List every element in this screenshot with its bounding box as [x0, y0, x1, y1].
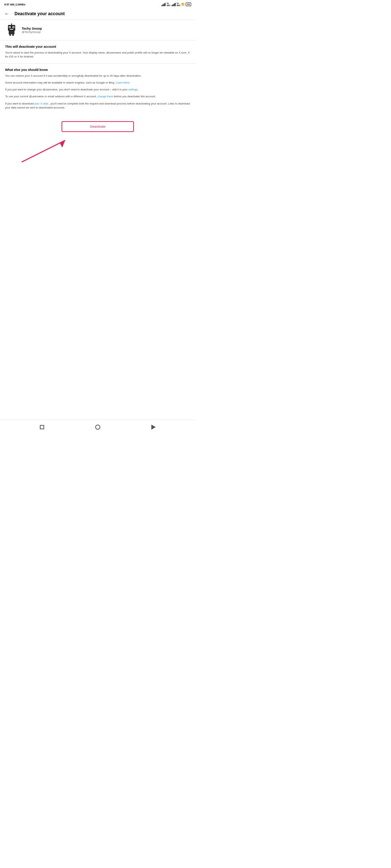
deactivate-text: You're about to start the process of dea…	[5, 51, 190, 59]
nav-back-button[interactable]	[151, 425, 156, 430]
svg-line-11	[22, 140, 65, 162]
page-title: Deactivate your account	[14, 11, 65, 16]
account-handle: @TechySnoop	[22, 30, 42, 34]
signal-icon	[161, 3, 165, 6]
x-data-link[interactable]: your X data	[34, 102, 48, 105]
info-para-1: You can restore your X account if it was…	[5, 74, 190, 78]
info-title: What else you should know	[5, 68, 190, 72]
signal-icon-2	[172, 3, 176, 6]
wifi-icon: 📶	[181, 3, 185, 6]
vo-wifi-label: VoWiFi	[167, 2, 171, 7]
status-time-speed: 8:57 AM | 2.6KB/s	[4, 3, 25, 6]
deactivate-info-section: This will deactivate your account You're…	[0, 41, 196, 64]
account-name: Techy Snoop	[22, 27, 42, 30]
info-para-2: Some account information may still be av…	[5, 81, 190, 85]
vo-wifi-label-2: VoWiFi	[177, 2, 181, 7]
battery-icon: 83	[186, 3, 191, 6]
avatar	[5, 24, 18, 37]
svg-rect-9	[12, 34, 14, 36]
account-info: Techy Snoop @TechySnoop	[22, 27, 42, 34]
svg-rect-10	[10, 29, 13, 30]
triangle-icon	[151, 425, 156, 430]
info-para-5: If you want to download your X data , yo…	[5, 102, 190, 110]
annotation-arrow	[0, 135, 196, 164]
status-bar: 8:57 AM | 2.6KB/s VoWiFi VoWiFi 📶 83	[0, 0, 196, 8]
info-section: What else you should know You can restor…	[0, 64, 196, 117]
nav-recents-button[interactable]	[40, 425, 44, 429]
page-header: ← Deactivate your account	[0, 8, 196, 20]
circle-icon	[95, 425, 100, 430]
svg-rect-8	[9, 34, 11, 36]
change-them-link[interactable]: change them	[97, 95, 113, 98]
red-arrow-svg	[18, 135, 83, 164]
info-para-4: To use your current @username or email a…	[5, 94, 190, 98]
svg-rect-7	[9, 31, 14, 34]
button-section: Deactivate	[0, 117, 196, 135]
info-para-3: If you just want to change your @usernam…	[5, 88, 190, 92]
learn-more-link[interactable]: Learn More	[116, 81, 130, 84]
settings-link[interactable]: settings	[129, 88, 138, 91]
square-icon	[40, 425, 44, 429]
account-section: Techy Snoop @TechySnoop	[0, 20, 196, 41]
back-button[interactable]: ←	[4, 11, 9, 17]
nav-home-button[interactable]	[95, 425, 100, 430]
deactivate-title: This will deactivate your account	[5, 45, 190, 48]
bottom-nav	[0, 420, 196, 434]
svg-point-4	[13, 27, 14, 28]
status-icons: VoWiFi VoWiFi 📶 83	[161, 2, 191, 7]
svg-point-6	[11, 24, 12, 25]
deactivate-button[interactable]: Deactivate	[62, 121, 134, 132]
svg-point-3	[9, 27, 10, 28]
